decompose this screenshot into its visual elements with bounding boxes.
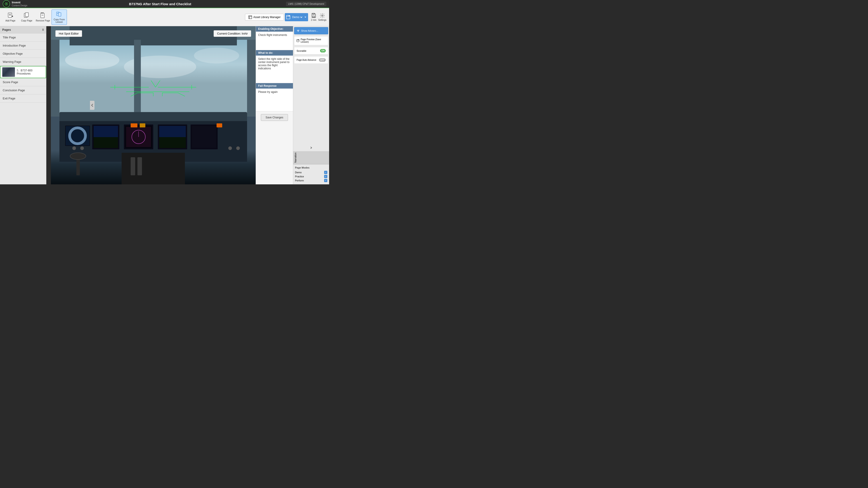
svg-rect-70 — [137, 157, 142, 175]
practice-checkbox[interactable]: ✓ — [324, 175, 327, 178]
what-to-do-section: What to do: — [256, 50, 293, 83]
lms-badge: LMS: (1398) CPaT Development — [286, 2, 327, 6]
fail-response-body[interactable] — [256, 89, 293, 111]
save-changes-button[interactable]: Save Changes — [261, 114, 288, 121]
svg-rect-52 — [94, 137, 118, 148]
demo-checkbox[interactable]: ✓ — [324, 171, 327, 174]
svg-point-30 — [194, 48, 239, 64]
sidebar-item-exit[interactable]: Exit Page — [0, 94, 46, 103]
svg-rect-7 — [25, 13, 29, 17]
panel-collapse-arrow[interactable] — [293, 144, 329, 151]
toolbar: Add Page Copy Page Remove Page Copy From… — [0, 8, 329, 26]
svg-point-72 — [70, 153, 86, 160]
settings-button[interactable]: Settings — [318, 13, 327, 21]
what-to-do-body[interactable] — [256, 56, 293, 83]
enabling-objective-input[interactable] — [258, 33, 291, 47]
page-mode-practice: Practice ✓ — [295, 174, 327, 178]
svg-point-73 — [72, 147, 76, 150]
svg-rect-18 — [249, 15, 252, 19]
remove-page-button[interactable]: Remove Page — [35, 9, 51, 25]
canvas-area[interactable]: Hot Spot Editor Current Condition: InAir — [51, 26, 256, 184]
save-lesson-button[interactable]: 2 min — [311, 13, 316, 21]
svg-rect-33 — [51, 40, 59, 126]
right-panel: Show Advanc... Page Preview (Save Lesson… — [293, 26, 329, 184]
scorable-toggle[interactable]: ON — [320, 49, 326, 53]
sidebar-item-objective[interactable]: Objective Page — [0, 50, 46, 58]
page-modes-section: Page Modes Demo ✓ Practice ✓ Perform ✓ — [293, 164, 329, 184]
info-panel: Enabling Objective: What to do: Fail Res… — [256, 26, 293, 184]
svg-point-26 — [322, 15, 323, 16]
what-to-do-header: What to do: — [256, 50, 293, 56]
add-page-button[interactable]: Add Page — [3, 9, 18, 25]
svg-rect-8 — [41, 13, 44, 18]
sidebar-header: Pages 8 — [0, 26, 46, 33]
auto-advance-toggle[interactable]: OFF — [319, 58, 326, 62]
page-title: B737NG After Start Flow and Checklist — [34, 2, 286, 6]
page-thumbnail — [2, 67, 15, 77]
svg-rect-66 — [131, 123, 137, 127]
enabling-objective-header: Enabling Objective: — [256, 26, 293, 32]
svg-point-76 — [236, 147, 240, 150]
svg-rect-25 — [313, 13, 314, 14]
narration-tab[interactable]: Narration — [293, 151, 329, 164]
top-bar: Invent Content Design B737NG After Start… — [0, 0, 329, 8]
svg-rect-64 — [192, 126, 216, 148]
svg-rect-69 — [131, 157, 135, 175]
sidebar: Pages 8 Title Page Introduction Page Obj… — [0, 26, 46, 184]
sidebar-item-warning[interactable]: Warning Page — [0, 58, 46, 66]
sidebar-item-title[interactable]: Title Page — [0, 33, 46, 41]
svg-rect-67 — [140, 123, 145, 127]
page-preview-button[interactable]: Page Preview (Save Lesson) — [294, 36, 328, 45]
main-layout: Pages 8 Title Page Introduction Page Obj… — [0, 26, 329, 184]
svg-rect-61 — [159, 137, 186, 148]
sidebar-item-conclusion[interactable]: Conclusion Page — [0, 86, 46, 94]
svg-point-80 — [299, 39, 299, 40]
fail-response-section: Fail Response — [256, 83, 293, 111]
logo-icon — [3, 0, 10, 7]
show-advanced-button[interactable]: Show Advanc... — [294, 27, 328, 34]
sidebar-collapse-arrow[interactable] — [90, 101, 94, 110]
svg-point-28 — [65, 51, 119, 69]
copy-from-lesson-button[interactable]: Copy From Lesson — [52, 9, 67, 25]
what-to-do-input[interactable] — [258, 57, 291, 80]
svg-rect-15 — [58, 13, 61, 16]
perform-checkbox[interactable]: ✓ — [324, 179, 327, 182]
scorable-row: Scorable ON — [294, 47, 328, 55]
svg-rect-35 — [247, 40, 256, 126]
page-auto-advance-row: Page Auto Advance OFF — [294, 56, 328, 64]
svg-rect-60 — [159, 126, 186, 137]
enabling-objective-section: Enabling Objective: — [256, 26, 293, 50]
current-condition-badge: Current Condition: InAir — [214, 30, 251, 37]
svg-rect-24 — [313, 16, 315, 18]
asset-library-button[interactable]: Asset Library Manager — [245, 14, 284, 21]
page-mode-perform: Perform ✓ — [295, 178, 327, 183]
sidebar-item-b737[interactable]: 5. B737-800 Procedures — [0, 66, 46, 78]
fail-response-input[interactable] — [258, 90, 291, 108]
copy-page-button[interactable]: Copy Page — [19, 9, 34, 25]
lesson-preview-group: Demo — [285, 13, 308, 21]
enabling-objective-body[interactable] — [256, 32, 293, 50]
hotspot-editor-button[interactable]: Hot Spot Editor — [55, 30, 82, 37]
svg-rect-68 — [217, 123, 222, 127]
page-mode-demo: Demo ✓ — [295, 170, 327, 174]
svg-rect-71 — [76, 157, 80, 175]
svg-point-75 — [228, 147, 232, 150]
svg-point-23 — [289, 15, 289, 16]
sidebar-item-introduction[interactable]: Introduction Page — [0, 41, 46, 50]
svg-point-74 — [80, 147, 84, 150]
logo-area: Invent Content Design — [3, 0, 34, 7]
svg-rect-51 — [94, 126, 118, 137]
sidebar-item-score[interactable]: Score Page — [0, 78, 46, 86]
cockpit-background — [51, 26, 256, 184]
fail-response-header: Fail Response — [256, 83, 293, 89]
demo-select[interactable]: Demo — [291, 15, 303, 19]
svg-rect-32 — [70, 26, 237, 45]
logo-text: Invent Content Design — [12, 1, 27, 7]
